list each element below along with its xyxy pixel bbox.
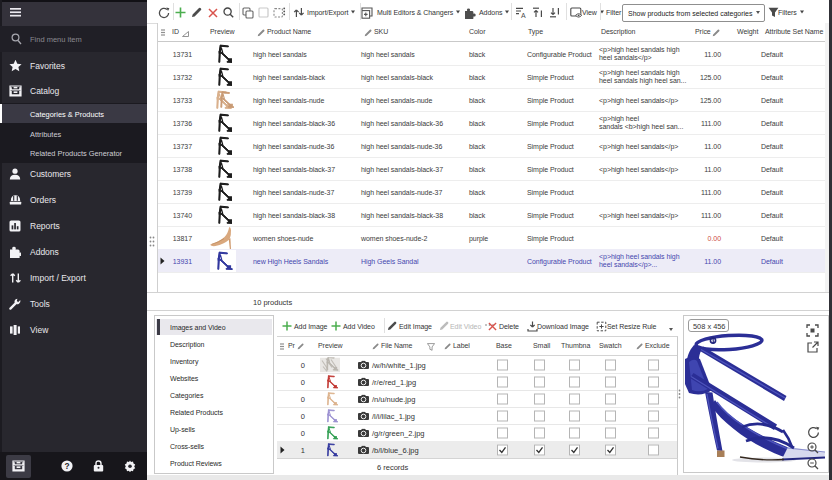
svg-text:?: ? [64, 461, 69, 471]
